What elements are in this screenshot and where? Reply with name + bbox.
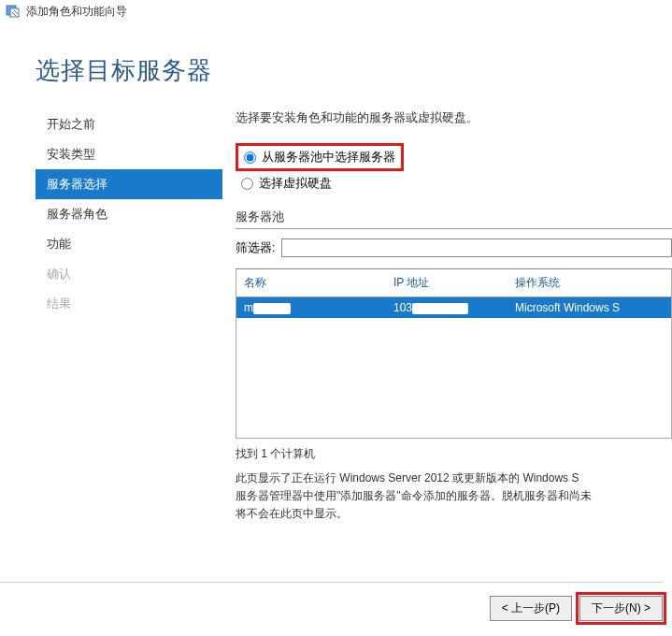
sidebar-item-before-begin[interactable]: 开始之前	[36, 109, 222, 139]
sidebar-item-install-type[interactable]: 安装类型	[36, 139, 222, 169]
next-button[interactable]: 下一步(N) >	[579, 596, 663, 621]
sidebar-item-server-roles[interactable]: 服务器角色	[36, 199, 222, 229]
table-header: 名称 IP 地址 操作系统	[236, 269, 671, 297]
td-name: m	[236, 297, 386, 318]
th-ip[interactable]: IP 地址	[386, 269, 508, 296]
radio-select-vhd-label: 选择虚拟硬盘	[259, 175, 332, 192]
td-os: Microsoft Windows S	[508, 297, 671, 318]
sidebar-item-results: 结果	[36, 289, 222, 319]
instruction-text: 选择要安装角色和功能的服务器或虚拟硬盘。	[236, 109, 672, 126]
filter-label: 筛选器:	[236, 239, 276, 256]
svg-rect-1	[10, 8, 19, 17]
page-title: 选择目标服务器	[36, 54, 672, 87]
th-os[interactable]: 操作系统	[508, 269, 671, 296]
computer-count: 找到 1 个计算机	[236, 446, 672, 462]
td-ip-text: 103	[393, 301, 412, 314]
wizard-steps-sidebar: 开始之前 安装类型 服务器选择 服务器角色 功能 确认 结果	[36, 109, 222, 524]
wizard-footer: < 上一步(P) 下一步(N) >	[0, 582, 663, 621]
sidebar-item-confirmation: 确认	[36, 259, 222, 289]
server-pool-label: 服务器池	[236, 209, 672, 229]
table-row[interactable]: m 103 Microsoft Windows S	[236, 297, 671, 318]
header: 选择目标服务器	[0, 22, 672, 109]
td-name-text: m	[244, 301, 253, 314]
window-title: 添加角色和功能向导	[26, 4, 127, 20]
sidebar-item-server-selection[interactable]: 服务器选择	[36, 169, 222, 199]
destination-radio-group: 从服务器池中选择服务器 选择虚拟硬盘	[236, 141, 672, 194]
sidebar-item-features[interactable]: 功能	[36, 229, 222, 259]
server-pool-table: 名称 IP 地址 操作系统 m 103 Microsoft Windows S	[236, 268, 672, 439]
radio-select-from-pool[interactable]	[244, 152, 256, 164]
filter-input[interactable]	[281, 238, 672, 257]
redacted-name	[253, 303, 291, 314]
th-name[interactable]: 名称	[236, 269, 386, 296]
main-panel: 选择要安装角色和功能的服务器或虚拟硬盘。 从服务器池中选择服务器 选择虚拟硬盘 …	[222, 109, 672, 524]
page-note: 此页显示了正在运行 Windows Server 2012 或更新版本的 Win…	[236, 470, 672, 524]
previous-button[interactable]: < 上一步(P)	[490, 596, 572, 621]
radio-select-vhd[interactable]	[241, 178, 253, 190]
wizard-icon	[6, 4, 21, 19]
table-body: m 103 Microsoft Windows S	[236, 297, 671, 438]
redacted-ip	[412, 303, 468, 314]
title-bar: 添加角色和功能向导	[0, 0, 672, 22]
td-ip: 103	[386, 297, 508, 318]
highlight-select-from-pool: 从服务器池中选择服务器	[236, 143, 404, 171]
filter-row: 筛选器:	[236, 238, 672, 257]
radio-select-from-pool-label: 从服务器池中选择服务器	[262, 149, 395, 166]
